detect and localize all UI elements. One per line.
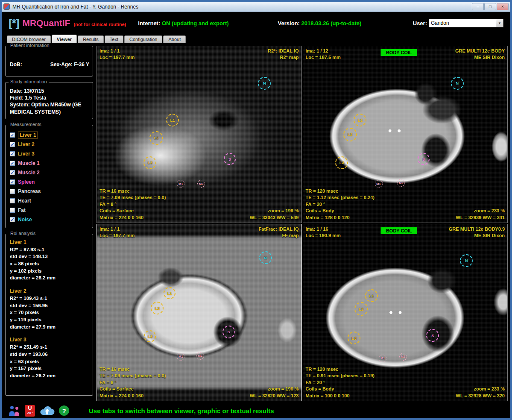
viewer-panel-r2-map[interactable]: L1L2L3SM1M2N ima: 1 / 1 Loc = 197.7 mm R… <box>97 46 302 223</box>
study-information-box: Study information Date: 13/07/15 Field: … <box>5 82 93 119</box>
title-bar: MR Quantification of Iron and Fat - Y. G… <box>2 2 510 12</box>
dob-label: DoB: <box>10 62 22 68</box>
viewer-panel-gre-body-09[interactable]: L1L2L3SM1M2N BODY COIL ima: 1 / 16 Loc =… <box>303 224 508 401</box>
user-dropdown-value: Gandon <box>429 20 449 26</box>
viewer-panel-ff-map[interactable]: L1L2L3SM1M2N ima: 1 / 1 Loc = 197.7 mm F… <box>97 224 302 401</box>
roi-marker-l1[interactable]: L1 <box>365 289 378 302</box>
tab-text[interactable]: Text <box>105 35 123 43</box>
roi-stat-line: diameter = 26.2 mm <box>10 274 89 282</box>
roi-marker-n[interactable]: N <box>451 77 464 90</box>
roi-marker-label: L2 <box>359 307 363 311</box>
roi-marker-l1[interactable]: L1 <box>354 114 366 126</box>
tab-about[interactable]: About <box>163 35 186 43</box>
roi-marker-l2[interactable]: L2 <box>149 131 163 145</box>
checkbox[interactable]: ✓ <box>10 170 15 175</box>
roi-marker-label: L2 <box>155 306 160 311</box>
user-dropdown[interactable]: Gandon ▼ <box>429 19 503 27</box>
measurement-pancreas[interactable]: Pancreas <box>10 187 89 196</box>
measurement-fat[interactable]: Fat <box>10 206 89 215</box>
roi-marker-l3[interactable]: L3 <box>348 332 360 344</box>
measurements-list: ✓Liver 1✓Liver 2✓Liver 3✓Muscle 1✓Muscle… <box>10 130 89 224</box>
user-label: User: <box>413 20 427 26</box>
roi-marker-m2[interactable]: M2 <box>196 352 204 360</box>
roi-marker-s[interactable]: S <box>418 153 430 165</box>
measurement-noise[interactable]: ✓Noise <box>10 215 89 224</box>
roi-stat-line: y = 157 pixels <box>10 365 89 372</box>
roi-group-liver-3: Liver 3R2* = 251.49 s-1std dev = 193.06x… <box>10 337 89 379</box>
roi-marker-m2[interactable]: M2 <box>397 179 405 187</box>
roi-marker-label: N <box>456 81 459 85</box>
zip-export-icon[interactable]: U ZIP <box>25 405 35 417</box>
checkbox[interactable]: ✓ <box>10 142 15 147</box>
tab-viewer[interactable]: Viewer <box>52 35 77 43</box>
measurement-label: Noise <box>18 217 32 223</box>
minimize-button[interactable]: – <box>472 3 484 10</box>
checkbox[interactable]: ✓ <box>10 217 15 222</box>
close-button[interactable]: × <box>497 3 509 10</box>
cloud-upload-icon[interactable] <box>39 405 55 417</box>
roi-marker-n[interactable]: N <box>259 251 272 264</box>
measurement-liver-3[interactable]: ✓Liver 3 <box>10 149 89 159</box>
help-icon[interactable]: ? <box>59 405 69 416</box>
roi-marker-l3[interactable]: L3 <box>335 156 348 169</box>
checkbox[interactable] <box>10 189 15 194</box>
tab-results[interactable]: Results <box>78 35 104 43</box>
roi-marker-m2[interactable]: M2 <box>197 180 205 188</box>
app-icon <box>3 3 10 10</box>
patients-icon[interactable] <box>8 405 20 417</box>
app-window: MR Quantification of Iron and Fat - Y. G… <box>0 0 512 420</box>
measurement-liver-1[interactable]: ✓Liver 1 <box>10 130 89 140</box>
roi-marker-label: L1 <box>167 291 172 296</box>
measurement-spleen[interactable]: ✓Spleen <box>10 177 89 187</box>
roi-analysis-list: Liver 1R2* = 87.93 s-1std dev = 148.13x … <box>10 239 89 379</box>
study-information-title: Study information <box>9 79 49 84</box>
roi-marker-label: L2 <box>154 135 158 140</box>
roi-marker-s[interactable]: S <box>426 329 439 342</box>
checkbox[interactable]: ✓ <box>10 161 15 166</box>
roi-marker-l2[interactable]: L2 <box>343 128 357 141</box>
roi-layer: L1L2L3SM1M2N <box>97 46 301 223</box>
tab-configuration[interactable]: Configuration <box>124 35 162 43</box>
roi-marker-label: S <box>431 333 434 338</box>
measurement-muscle-1[interactable]: ✓Muscle 1 <box>10 159 89 168</box>
measurements-title: Measurements <box>9 122 43 127</box>
tab-dicom-browser[interactable]: DICOM browser <box>7 35 51 43</box>
measurement-liver-2[interactable]: ✓Liver 2 <box>10 140 89 149</box>
checkbox[interactable] <box>10 198 15 203</box>
roi-marker-m2[interactable]: M2 <box>399 353 407 361</box>
roi-marker-s[interactable]: S <box>224 153 236 165</box>
roi-group-name: Liver 1 <box>10 239 89 245</box>
chevron-down-icon[interactable]: ▼ <box>496 19 503 27</box>
roi-layer: L1L2L3SM1M2N <box>303 224 508 401</box>
checkbox[interactable] <box>10 208 15 213</box>
roi-marker-label: N <box>465 258 468 263</box>
roi-marker-l2[interactable]: L2 <box>151 302 164 314</box>
roi-marker-m1[interactable]: M1 <box>177 353 184 361</box>
roi-marker-l1[interactable]: L1 <box>164 287 176 299</box>
roi-marker-s[interactable]: S <box>222 326 235 338</box>
roi-marker-l2[interactable]: L2 <box>354 302 368 316</box>
checkbox[interactable]: ✓ <box>10 151 15 156</box>
roi-marker-n[interactable]: N <box>460 254 473 267</box>
checkbox[interactable]: ✓ <box>10 132 15 138</box>
roi-stat-line: diameter = 26.2 mm <box>10 372 89 379</box>
roi-marker-m1[interactable]: M1 <box>379 355 386 362</box>
roi-marker-m1[interactable]: M1 <box>177 180 184 188</box>
version-info: Version: 2018.03.26 (up-to-date) <box>278 20 362 26</box>
measurement-muscle-2[interactable]: ✓Muscle 2 <box>10 168 89 177</box>
roi-marker-m1[interactable]: M1 <box>375 180 383 188</box>
roi-marker-label: S <box>422 157 425 162</box>
roi-marker-n[interactable]: N <box>258 77 271 90</box>
maximize-button[interactable]: □ <box>484 3 496 10</box>
version-label: Version: <box>278 20 300 26</box>
viewer-panel-gre-body[interactable]: L1L2L3SM1M2N BODY COIL ima: 1 / 12 Loc =… <box>303 46 508 223</box>
sidebar: Patient information DoB: Sex-Age: F-36 Y… <box>5 46 93 401</box>
user-block: User: Gandon ▼ <box>413 19 503 27</box>
measurement-heart[interactable]: Heart <box>10 196 89 206</box>
roi-marker-l1[interactable]: L1 <box>166 114 179 126</box>
checkbox[interactable]: ✓ <box>10 179 15 185</box>
roi-marker-l3[interactable]: L3 <box>144 330 156 342</box>
roi-marker-label: L3 <box>148 160 152 165</box>
roi-marker-l3[interactable]: L3 <box>143 156 156 169</box>
roi-marker-label: L1 <box>358 118 363 123</box>
